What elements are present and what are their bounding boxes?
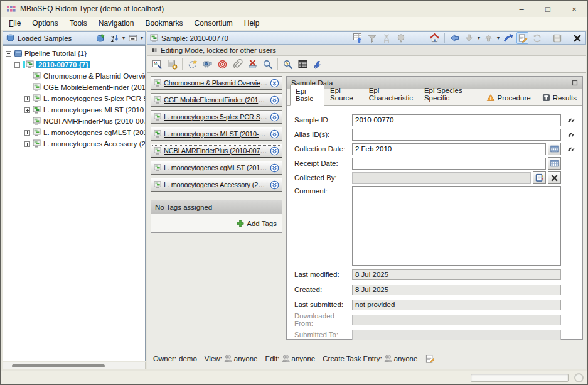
tab-epi-source[interactable]: Epi Source — [324, 84, 363, 105]
expand-expander-icon[interactable] — [24, 141, 30, 147]
menu-tools[interactable]: Tools — [64, 18, 93, 29]
menu-consortium[interactable]: Consortium — [188, 18, 238, 29]
task-entry-icon — [154, 113, 162, 121]
task-button-cge-mobileelementfinder[interactable]: CGE MobileElementFinder (2010-00770) — [151, 93, 282, 107]
import-samples-icon[interactable] — [95, 32, 107, 44]
expand-task-icon[interactable] — [270, 79, 279, 88]
tree-item-chromosome-plasmid-overview[interactable]: Chromosome & Plasmid Overview (2010-0077… — [3, 70, 145, 82]
collapse-dropdown-icon[interactable]: ▾ — [141, 36, 143, 41]
receipt-date-label: Receipt Date: — [294, 160, 352, 167]
menu-navigation[interactable]: Navigation — [93, 18, 140, 29]
tab-epi-basic[interactable]: Epi Basic — [290, 85, 324, 106]
task-button-accessory[interactable]: L. monocytogenes Accessory (2010-00770) — [151, 178, 282, 192]
expand-task-icon[interactable] — [270, 112, 279, 122]
home-icon[interactable] — [429, 32, 441, 44]
receipt-date-input[interactable] — [352, 158, 546, 170]
expand-task-icon[interactable] — [270, 146, 279, 156]
balloon-icon — [395, 32, 407, 44]
clear-icon[interactable] — [548, 171, 561, 184]
tab-procedure[interactable]: Procedure — [481, 91, 537, 105]
view-label: View: — [205, 355, 222, 362]
collapse-expander-icon[interactable] — [14, 62, 20, 68]
last-modified-value: 8 Jul 2025 — [352, 269, 561, 280]
last-modified-label: Last modified: — [294, 271, 352, 278]
collapse-expander-icon[interactable] — [6, 51, 11, 57]
delete-sample-icon[interactable] — [247, 58, 259, 70]
tree-item-pipeline-tutorial[interactable]: Pipeline Tutorial {1} — [3, 48, 145, 59]
sort-samples-icon[interactable] — [109, 32, 120, 44]
collapse-all-icon[interactable] — [127, 32, 139, 44]
close-button[interactable]: × — [561, 1, 587, 17]
history-search-icon[interactable] — [282, 58, 294, 70]
audit-trail-icon[interactable] — [567, 145, 576, 153]
tree-horizontal-scrollbar[interactable] — [3, 362, 146, 369]
tree-item-cge-mobileelementfinder[interactable]: CGE MobileElementFinder (2010-00770) — [3, 82, 145, 93]
add-icon — [237, 220, 244, 227]
grid-import-icon[interactable] — [352, 32, 364, 44]
tab-epi-species-specific[interactable]: Epi Species Specific — [419, 84, 481, 105]
calendar-icon[interactable] — [548, 143, 561, 155]
task-button-mlst[interactable]: L. monocytogenes MLST (2010-00770) — [151, 127, 282, 141]
address-book-icon[interactable] — [533, 171, 546, 184]
expand-expander-icon[interactable] — [24, 107, 30, 113]
search-icon[interactable] — [262, 58, 274, 70]
task-button-5plex-pcr-serogrouping[interactable]: L. monocytogenes 5-plex PCR Serogrouping… — [151, 110, 282, 124]
add-tags-button[interactable]: Add Tags — [247, 220, 277, 227]
collection-date-input[interactable] — [352, 143, 546, 155]
close-view-icon[interactable] — [571, 32, 583, 44]
task-button-ncbi-amrfinderplus[interactable]: NCBI AMRFinderPlus (2010-00770) — [151, 144, 282, 158]
audit-trail-icon[interactable] — [567, 116, 576, 124]
minimize-button[interactable]: – — [508, 1, 535, 17]
sample-data-panel: Sample Data Epi Basic Epi Source Epi Cha… — [286, 76, 583, 340]
alias-ids-input[interactable] — [352, 129, 561, 141]
view-scan-icon[interactable] — [201, 58, 213, 70]
tags-panel: No Tags assigned Add Tags — [151, 200, 282, 233]
tree-item-accessory[interactable]: L. monocytogenes Accessory (2010-00770) — [3, 138, 145, 149]
tree-item-ncbi-amrfinderplus[interactable]: NCBI AMRFinderPlus (2010-00770) — [3, 116, 145, 127]
menu-bookmarks[interactable]: Bookmarks — [139, 18, 188, 29]
tab-results[interactable]: Results — [537, 91, 582, 105]
connection-status-icon — [574, 373, 584, 382]
maximize-panel-icon[interactable] — [572, 80, 578, 86]
maximize-button[interactable]: □ — [535, 1, 561, 17]
sample-data-tabs: Epi Basic Epi Source Epi Characteristic … — [287, 89, 582, 106]
calendar-icon[interactable] — [548, 157, 561, 170]
export-icon[interactable] — [312, 58, 324, 70]
create-task-entry-label: Create Task Entry: — [323, 355, 382, 362]
tree-item-5plex-pcr-serogrouping[interactable]: L. monocytogenes 5-plex PCR Serogrouping… — [3, 93, 145, 104]
target-icon[interactable] — [216, 58, 228, 70]
permissions-bar: Owner: demo View: anyone Edit: anyone Cr… — [153, 353, 435, 364]
task-button-cgmlst[interactable]: L. monocytogenes cgMLST (2010-00770) — [151, 161, 282, 175]
expand-task-icon[interactable] — [270, 129, 279, 139]
tab-epi-characteristic[interactable]: Epi Characteristic — [363, 84, 419, 105]
audit-trail-icon[interactable] — [567, 131, 576, 139]
task-entry-icon — [33, 72, 41, 80]
expand-task-icon[interactable] — [270, 163, 279, 173]
table-view-icon[interactable] — [297, 58, 309, 70]
expand-expander-icon[interactable] — [24, 130, 30, 136]
scrollbar-thumb[interactable] — [12, 364, 105, 367]
create-task-entry-value: anyone — [394, 355, 418, 362]
tree-item-mlst[interactable]: L. monocytogenes MLST (2010-00770) — [3, 104, 145, 116]
sort-dropdown-icon[interactable]: ▾ — [122, 36, 125, 41]
expand-expander-icon[interactable] — [24, 96, 30, 102]
tree-item-cgmlst[interactable]: L. monocytogenes cgMLST (2010-00770) — [3, 127, 145, 138]
comment-textarea[interactable] — [352, 186, 561, 266]
recreate-icon[interactable] — [186, 58, 198, 70]
chart-report-icon[interactable] — [151, 58, 163, 70]
expand-task-icon[interactable] — [270, 95, 279, 105]
edit-permissions-icon[interactable] — [425, 354, 435, 364]
back-icon[interactable] — [449, 32, 461, 44]
alias-ids-label: Alias ID(s): — [294, 131, 352, 138]
expand-task-icon[interactable] — [270, 180, 279, 190]
sample-id-input[interactable] — [352, 114, 561, 126]
menu-help[interactable]: Help — [238, 18, 265, 29]
submit-icon[interactable] — [502, 32, 514, 44]
edit-value: anyone — [292, 355, 316, 362]
menu-file[interactable]: File — [3, 18, 26, 29]
task-button-chromosome-plasmid-overview[interactable]: Chromosome & Plasmid Overview (2010-0077… — [151, 76, 282, 90]
attachment-icon[interactable] — [232, 58, 243, 70]
tree-item-sample-2010-00770[interactable]: 2010-00770 {7} — [3, 59, 145, 70]
edit-mode-icon[interactable] — [516, 32, 528, 44]
menu-options[interactable]: Options — [26, 18, 63, 29]
